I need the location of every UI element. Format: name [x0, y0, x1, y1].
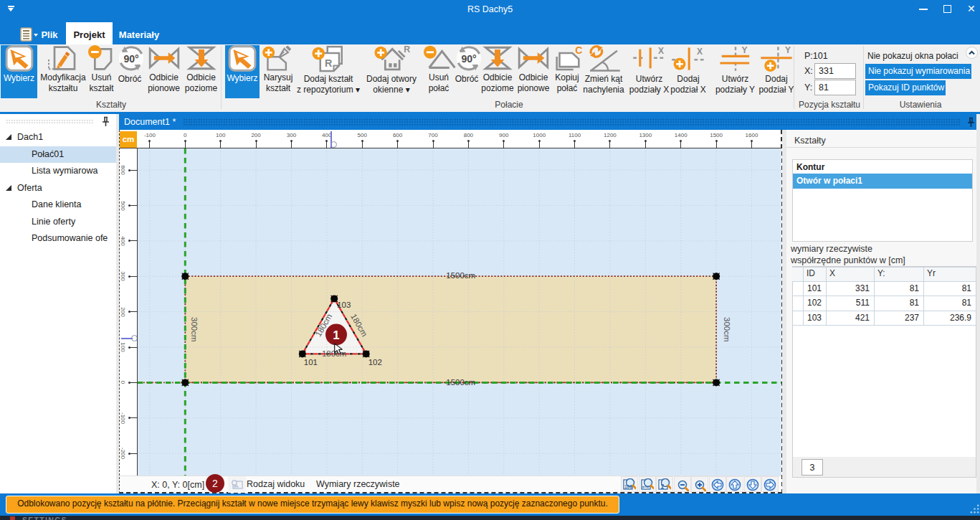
svg-text:1500cm: 1500cm [446, 378, 475, 387]
svg-text:X: X [658, 46, 664, 56]
svg-text:1: 1 [333, 328, 339, 342]
svg-text:R: R [404, 45, 410, 55]
svg-text:1500cm: 1500cm [446, 271, 475, 280]
svg-text:Y: Y [785, 45, 791, 55]
svg-text:C: C [575, 45, 582, 56]
svg-text:300cm: 300cm [723, 317, 731, 342]
svg-text:90°: 90° [123, 53, 139, 65]
svg-text:102: 102 [368, 358, 382, 367]
svg-text:90°: 90° [461, 53, 477, 65]
svg-text:300cm: 300cm [190, 317, 199, 342]
svg-text:R: R [325, 57, 333, 69]
svg-text:Y: Y [741, 45, 747, 55]
svg-text:X: X [697, 47, 703, 57]
svg-text:100: 100 [624, 484, 632, 489]
svg-text:101: 101 [304, 358, 318, 367]
svg-text:103: 103 [337, 301, 351, 309]
